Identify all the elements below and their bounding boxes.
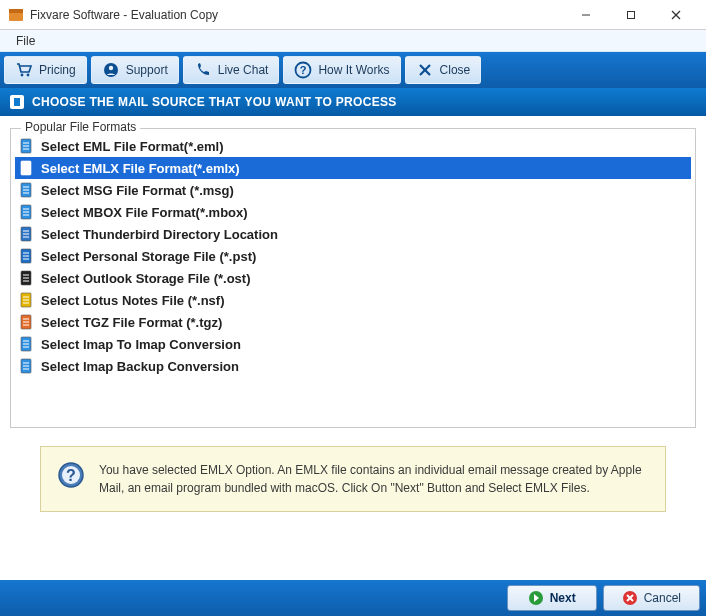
next-button[interactable]: Next: [507, 585, 597, 611]
close-label: Close: [440, 63, 471, 77]
close-button[interactable]: Close: [405, 56, 482, 84]
main-area: Popular File Formats Select EML File For…: [0, 116, 706, 580]
format-option[interactable]: Select Imap Backup Conversion: [15, 355, 691, 377]
file-formats-groupbox: Popular File Formats Select EML File For…: [10, 128, 696, 428]
cancel-icon: [622, 590, 638, 606]
svg-rect-3: [627, 11, 634, 18]
question-icon: ?: [294, 61, 312, 79]
svg-point-7: [27, 74, 30, 77]
app-icon: [8, 7, 24, 23]
title-bar: Fixvare Software - Evaluation Copy: [0, 0, 706, 30]
format-label: Select MSG File Format (*.msg): [41, 183, 234, 198]
format-label: Select Personal Storage File (*.pst): [41, 249, 256, 264]
cancel-button[interactable]: Cancel: [603, 585, 700, 611]
file-format-icon: [19, 182, 35, 198]
minimize-button[interactable]: [563, 0, 608, 30]
format-option[interactable]: Select EML File Format(*.eml): [15, 135, 691, 157]
format-label: Select Imap Backup Conversion: [41, 359, 239, 374]
close-window-button[interactable]: [653, 0, 698, 30]
format-option[interactable]: Select Thunderbird Directory Location: [15, 223, 691, 245]
format-list: Select EML File Format(*.eml)Select EMLX…: [15, 135, 691, 377]
pricing-button[interactable]: Pricing: [4, 56, 87, 84]
menu-bar: File: [0, 30, 706, 52]
toolbar: Pricing Support Live Chat ? How It Works…: [0, 52, 706, 88]
format-label: Select Outlook Storage File (*.ost): [41, 271, 250, 286]
how-it-works-button[interactable]: ? How It Works: [283, 56, 400, 84]
file-format-icon: [19, 226, 35, 242]
file-format-icon: [19, 358, 35, 374]
pricing-label: Pricing: [39, 63, 76, 77]
format-label: Select Lotus Notes File (*.nsf): [41, 293, 224, 308]
bottom-bar: Next Cancel: [0, 580, 706, 616]
file-format-icon: [19, 160, 35, 176]
format-label: Select MBOX File Format(*.mbox): [41, 205, 248, 220]
format-label: Select Imap To Imap Conversion: [41, 337, 241, 352]
format-option[interactable]: Select Outlook Storage File (*.ost): [15, 267, 691, 289]
file-format-icon: [19, 204, 35, 220]
file-format-icon: [19, 292, 35, 308]
groupbox-legend: Popular File Formats: [21, 120, 140, 134]
format-option[interactable]: Select Lotus Notes File (*.nsf): [15, 289, 691, 311]
window-title: Fixvare Software - Evaluation Copy: [30, 8, 563, 22]
file-format-icon: [19, 336, 35, 352]
file-format-icon: [19, 248, 35, 264]
info-text: You have selected EMLX Option. An EMLX f…: [99, 461, 649, 497]
svg-text:?: ?: [300, 64, 307, 76]
info-icon: ?: [57, 461, 85, 489]
format-option[interactable]: Select MSG File Format (*.msg): [15, 179, 691, 201]
format-label: Select Thunderbird Directory Location: [41, 227, 278, 242]
document-icon: [10, 95, 24, 109]
section-header: CHOOSE THE MAIL SOURCE THAT YOU WANT TO …: [0, 88, 706, 116]
support-label: Support: [126, 63, 168, 77]
close-icon: [416, 61, 434, 79]
format-option[interactable]: Select MBOX File Format(*.mbox): [15, 201, 691, 223]
next-label: Next: [550, 591, 576, 605]
format-option[interactable]: Select EMLX File Format(*.emlx): [15, 157, 691, 179]
cart-icon: [15, 61, 33, 79]
cancel-label: Cancel: [644, 591, 681, 605]
svg-point-9: [108, 66, 112, 70]
info-panel: ? You have selected EMLX Option. An EMLX…: [40, 446, 666, 512]
format-label: Select EML File Format(*.eml): [41, 139, 224, 154]
format-option[interactable]: Select Personal Storage File (*.pst): [15, 245, 691, 267]
how-it-works-label: How It Works: [318, 63, 389, 77]
format-label: Select TGZ File Format (*.tgz): [41, 315, 222, 330]
svg-point-6: [21, 74, 24, 77]
svg-rect-1: [9, 9, 23, 13]
format-label: Select EMLX File Format(*.emlx): [41, 161, 240, 176]
file-format-icon: [19, 270, 35, 286]
phone-icon: [194, 61, 212, 79]
live-chat-label: Live Chat: [218, 63, 269, 77]
svg-rect-14: [14, 98, 20, 106]
format-option[interactable]: Select TGZ File Format (*.tgz): [15, 311, 691, 333]
maximize-button[interactable]: [608, 0, 653, 30]
support-icon: [102, 61, 120, 79]
next-arrow-icon: [528, 590, 544, 606]
svg-text:?: ?: [66, 467, 76, 484]
section-title: CHOOSE THE MAIL SOURCE THAT YOU WANT TO …: [32, 95, 397, 109]
file-format-icon: [19, 138, 35, 154]
menu-file[interactable]: File: [8, 32, 43, 50]
file-format-icon: [19, 314, 35, 330]
support-button[interactable]: Support: [91, 56, 179, 84]
format-option[interactable]: Select Imap To Imap Conversion: [15, 333, 691, 355]
live-chat-button[interactable]: Live Chat: [183, 56, 280, 84]
